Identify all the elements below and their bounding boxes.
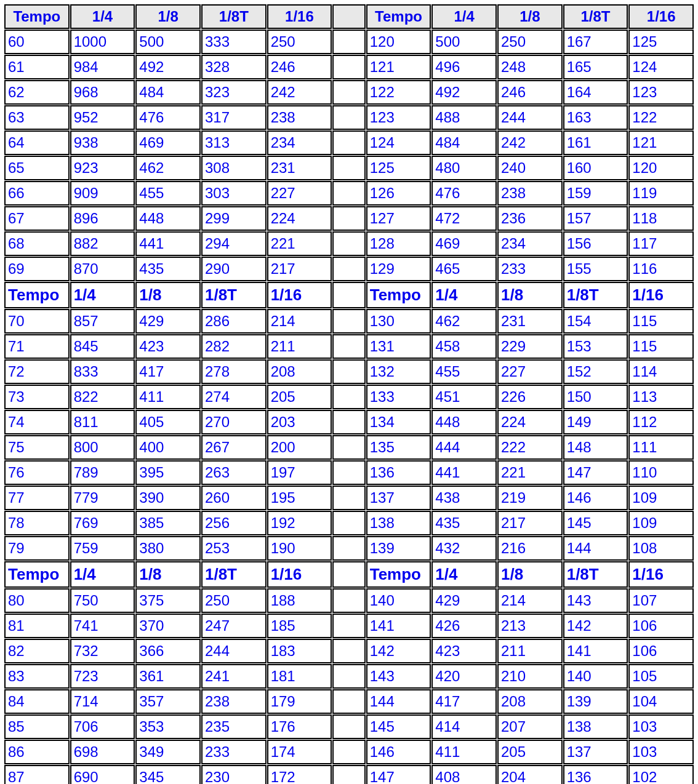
tempo-cell: 121	[366, 55, 431, 79]
tempo-cell: 140	[366, 588, 431, 613]
tempo-cell: 137	[366, 486, 431, 510]
tempo-cell: 60	[4, 30, 70, 54]
subheader-cell: Tempo	[366, 561, 431, 588]
value-cell: 238	[497, 181, 563, 206]
value-cell: 267	[201, 435, 267, 460]
value-cell: 313	[201, 130, 267, 155]
subheader-cell: 1/4	[431, 561, 497, 588]
tempo-cell: 85	[4, 714, 70, 739]
value-cell: 125	[628, 30, 694, 54]
value-cell: 723	[70, 664, 135, 689]
value-cell: 207	[497, 714, 563, 739]
gap-cell	[332, 282, 365, 308]
subheader-cell: 1/8	[135, 561, 201, 588]
value-cell: 231	[267, 156, 332, 180]
value-cell: 429	[431, 588, 497, 613]
tempo-cell: 71	[4, 334, 70, 359]
value-cell: 896	[70, 206, 135, 231]
tempo-cell: 127	[366, 206, 431, 231]
table-row: 72833417278208132455227152114	[4, 359, 694, 384]
table-header: Tempo 1/4 1/8 1/8T 1/16 Tempo 1/4 1/8 1/…	[4, 4, 694, 29]
value-cell: 139	[563, 689, 628, 714]
value-cell: 270	[201, 410, 267, 434]
value-cell: 845	[70, 334, 135, 359]
value-cell: 154	[563, 309, 628, 334]
value-cell: 1000	[70, 30, 135, 54]
value-cell: 104	[628, 689, 694, 714]
gap-cell	[332, 385, 365, 409]
value-cell: 221	[497, 460, 563, 485]
value-cell: 172	[267, 765, 332, 784]
value-cell: 250	[201, 588, 267, 613]
col-eighth-left: 1/8	[135, 4, 201, 29]
tempo-cell: 143	[366, 664, 431, 689]
gap-cell	[332, 740, 365, 764]
value-cell: 160	[563, 156, 628, 180]
table-row: 74811405270203134448224149112	[4, 410, 694, 434]
value-cell: 426	[431, 614, 497, 638]
value-cell: 208	[497, 689, 563, 714]
subheader-cell: 1/8T	[563, 282, 628, 308]
gap-cell	[332, 561, 365, 588]
value-cell: 244	[497, 105, 563, 130]
table-row: 64938469313234124484242161121	[4, 130, 694, 155]
value-cell: 238	[201, 689, 267, 714]
subheader-cell: Tempo	[4, 282, 70, 308]
table-row: 85706353235176145414207138103	[4, 714, 694, 739]
col-eighth-triplet-right: 1/8T	[563, 4, 628, 29]
value-cell: 263	[201, 460, 267, 485]
value-cell: 233	[497, 257, 563, 281]
value-cell: 221	[267, 231, 332, 256]
value-cell: 408	[431, 765, 497, 784]
tempo-cell: 141	[366, 614, 431, 638]
value-cell: 148	[563, 435, 628, 460]
table-row: 71845423282211131458229153115	[4, 334, 694, 359]
tempo-cell: 77	[4, 486, 70, 510]
value-cell: 441	[431, 460, 497, 485]
value-cell: 122	[628, 105, 694, 130]
tempo-cell: 139	[366, 536, 431, 561]
gap-cell	[332, 689, 365, 714]
gap-cell	[332, 639, 365, 663]
tempo-cell: 130	[366, 309, 431, 334]
col-tempo-left: Tempo	[4, 4, 70, 29]
subheader-cell: Tempo	[366, 282, 431, 308]
value-cell: 420	[431, 664, 497, 689]
tempo-cell: 79	[4, 536, 70, 561]
subheader-cell: 1/16	[267, 561, 332, 588]
value-cell: 492	[135, 55, 201, 79]
value-cell: 164	[563, 80, 628, 105]
value-cell: 235	[201, 714, 267, 739]
value-cell: 222	[497, 435, 563, 460]
table-row: 67896448299224127472236157118	[4, 206, 694, 231]
value-cell: 240	[497, 156, 563, 180]
value-cell: 323	[201, 80, 267, 105]
value-cell: 115	[628, 309, 694, 334]
value-cell: 146	[563, 486, 628, 510]
value-cell: 882	[70, 231, 135, 256]
value-cell: 476	[431, 181, 497, 206]
tempo-cell: 61	[4, 55, 70, 79]
tempo-cell: 138	[366, 511, 431, 535]
value-cell: 357	[135, 689, 201, 714]
gap-cell	[332, 536, 365, 561]
tempo-cell: 146	[366, 740, 431, 764]
value-cell: 247	[201, 614, 267, 638]
value-cell: 205	[497, 740, 563, 764]
value-cell: 211	[497, 639, 563, 663]
value-cell: 233	[201, 740, 267, 764]
subheader-cell: 1/16	[628, 561, 694, 588]
tempo-cell: 86	[4, 740, 70, 764]
gap-cell	[332, 181, 365, 206]
value-cell: 137	[563, 740, 628, 764]
value-cell: 105	[628, 664, 694, 689]
tempo-cell: 64	[4, 130, 70, 155]
value-cell: 176	[267, 714, 332, 739]
tempo-cell: 74	[4, 410, 70, 434]
gap-cell	[332, 257, 365, 281]
value-cell: 214	[267, 309, 332, 334]
value-cell: 120	[628, 156, 694, 180]
tempo-cell: 84	[4, 689, 70, 714]
subheader-cell: 1/16	[628, 282, 694, 308]
value-cell: 109	[628, 511, 694, 535]
